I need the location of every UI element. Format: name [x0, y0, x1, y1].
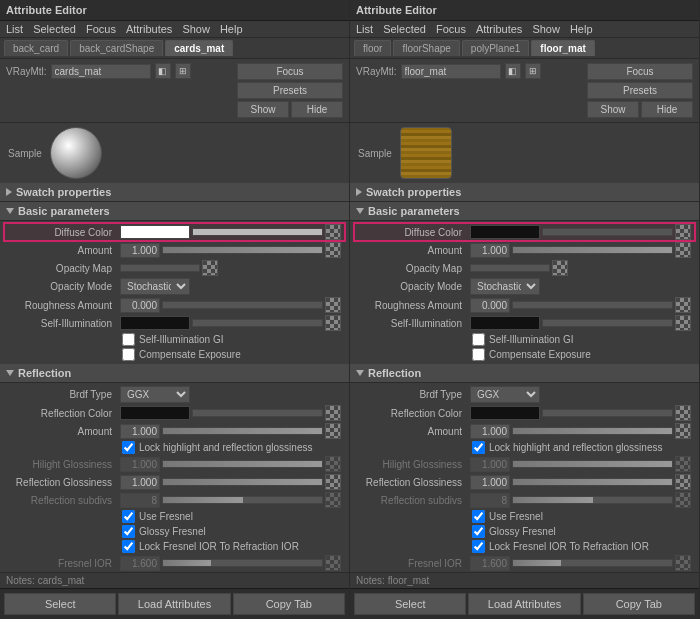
- right-menu-list[interactable]: List: [356, 23, 373, 35]
- left-diffuse-swatch[interactable]: [120, 225, 190, 239]
- right-roughness-checker[interactable]: [675, 297, 691, 313]
- right-hide-btn[interactable]: Hide: [641, 101, 693, 118]
- left-focus-btn[interactable]: Focus: [237, 63, 343, 80]
- right-amount-slider[interactable]: [512, 246, 673, 254]
- menu-attributes[interactable]: Attributes: [126, 23, 172, 35]
- right-vray-icon2[interactable]: ⊞: [525, 63, 541, 79]
- right-basic-header[interactable]: Basic parameters: [350, 202, 699, 221]
- left-select-btn[interactable]: Select: [4, 593, 116, 615]
- tab-floorshape[interactable]: floorShape: [393, 40, 459, 56]
- left-fresnel-ior-slider[interactable]: [162, 559, 323, 567]
- left-scroll-area[interactable]: Swatch properties Basic parameters Diffu…: [0, 183, 349, 572]
- right-fresnel-ior-input[interactable]: [470, 556, 510, 571]
- left-diffuse-slider[interactable]: [192, 228, 323, 236]
- right-opacity-map-slider[interactable]: [470, 264, 550, 272]
- left-refl-subdiv-slider[interactable]: [162, 496, 323, 504]
- right-hilight-gloss-input[interactable]: [470, 457, 510, 472]
- right-diffuse-swatch[interactable]: [470, 225, 540, 239]
- tab-back-card[interactable]: back_card: [4, 40, 68, 56]
- right-brdf-select[interactable]: GGX: [470, 386, 540, 403]
- right-use-fresnel-check[interactable]: [472, 510, 485, 523]
- right-refl-amount-slider[interactable]: [512, 427, 673, 435]
- left-lock-highlight-check[interactable]: [122, 441, 135, 454]
- right-select-btn[interactable]: Select: [354, 593, 466, 615]
- right-lock-highlight-check[interactable]: [472, 441, 485, 454]
- right-refl-color-swatch[interactable]: [470, 406, 540, 420]
- right-refl-gloss-slider[interactable]: [512, 478, 673, 486]
- left-hilight-gloss-slider[interactable]: [162, 460, 323, 468]
- right-swatch-header[interactable]: Swatch properties: [350, 183, 699, 202]
- left-opacity-mode-select[interactable]: Stochastic: [120, 278, 190, 295]
- right-menu-selected[interactable]: Selected: [383, 23, 426, 35]
- right-self-illum-gi-check[interactable]: [472, 333, 485, 346]
- right-vray-icon1[interactable]: ◧: [505, 63, 521, 79]
- left-hilight-gloss-checker[interactable]: [325, 456, 341, 472]
- right-compensate-check[interactable]: [472, 348, 485, 361]
- left-lock-fresnel-check[interactable]: [122, 540, 135, 553]
- left-hilight-gloss-input[interactable]: [120, 457, 160, 472]
- left-refl-color-swatch[interactable]: [120, 406, 190, 420]
- left-brdf-select[interactable]: GGX: [120, 386, 190, 403]
- right-menu-attributes[interactable]: Attributes: [476, 23, 522, 35]
- left-fresnel-ior-input[interactable]: [120, 556, 160, 571]
- right-glossy-fresnel-check[interactable]: [472, 525, 485, 538]
- left-use-fresnel-check[interactable]: [122, 510, 135, 523]
- tab-floor-mat[interactable]: floor_mat: [531, 40, 595, 56]
- left-fresnel-ior-checker[interactable]: [325, 555, 341, 571]
- left-refl-subdiv-input[interactable]: [120, 493, 160, 508]
- right-self-illum-swatch[interactable]: [470, 316, 540, 330]
- menu-show[interactable]: Show: [182, 23, 210, 35]
- right-load-btn[interactable]: Load Attributes: [468, 593, 580, 615]
- right-amount-input[interactable]: [470, 243, 510, 258]
- right-amount-checker[interactable]: [675, 242, 691, 258]
- right-hilight-gloss-slider[interactable]: [512, 460, 673, 468]
- left-refl-amount-checker[interactable]: [325, 423, 341, 439]
- menu-help[interactable]: Help: [220, 23, 243, 35]
- left-refl-gloss-input[interactable]: [120, 475, 160, 490]
- right-opacity-mode-select[interactable]: Stochastic: [470, 278, 540, 295]
- right-roughness-slider[interactable]: [512, 301, 673, 309]
- menu-list[interactable]: List: [6, 23, 23, 35]
- right-roughness-input[interactable]: [470, 298, 510, 313]
- left-self-illum-checker[interactable]: [325, 315, 341, 331]
- left-vray-icon2[interactable]: ⊞: [175, 63, 191, 79]
- right-self-illum-slider[interactable]: [542, 319, 673, 327]
- right-refl-color-slider[interactable]: [542, 409, 673, 417]
- right-vray-input[interactable]: [401, 64, 501, 79]
- right-focus-btn[interactable]: Focus: [587, 63, 693, 80]
- left-roughness-input[interactable]: [120, 298, 160, 313]
- left-refl-gloss-checker[interactable]: [325, 474, 341, 490]
- left-copy-btn[interactable]: Copy Tab: [233, 593, 345, 615]
- left-opacity-map-slider[interactable]: [120, 264, 200, 272]
- tab-polyplane1[interactable]: polyPlane1: [462, 40, 529, 56]
- left-presets-btn[interactable]: Presets: [237, 82, 343, 99]
- right-fresnel-ior-checker[interactable]: [675, 555, 691, 571]
- right-refl-amount-checker[interactable]: [675, 423, 691, 439]
- left-self-illum-swatch[interactable]: [120, 316, 190, 330]
- left-self-illum-gi-check[interactable]: [122, 333, 135, 346]
- right-copy-btn[interactable]: Copy Tab: [583, 593, 695, 615]
- left-vray-input[interactable]: [51, 64, 151, 79]
- right-diffuse-checker[interactable]: [675, 224, 691, 240]
- right-refl-color-checker[interactable]: [675, 405, 691, 421]
- left-vray-icon1[interactable]: ◧: [155, 63, 171, 79]
- menu-focus[interactable]: Focus: [86, 23, 116, 35]
- right-diffuse-slider[interactable]: [542, 228, 673, 236]
- right-scroll-area[interactable]: Swatch properties Basic parameters Diffu…: [350, 183, 699, 572]
- left-load-btn[interactable]: Load Attributes: [118, 593, 230, 615]
- left-opacity-map-checker[interactable]: [202, 260, 218, 276]
- left-refl-amount-input[interactable]: [120, 424, 160, 439]
- right-refl-gloss-input[interactable]: [470, 475, 510, 490]
- tab-back-cardshape[interactable]: back_cardShape: [70, 40, 163, 56]
- right-refl-gloss-checker[interactable]: [675, 474, 691, 490]
- right-lock-fresnel-check[interactable]: [472, 540, 485, 553]
- right-refl-subdiv-input[interactable]: [470, 493, 510, 508]
- left-refl-subdiv-checker[interactable]: [325, 492, 341, 508]
- left-refl-gloss-slider[interactable]: [162, 478, 323, 486]
- left-refl-color-checker[interactable]: [325, 405, 341, 421]
- left-diffuse-checker[interactable]: [325, 224, 341, 240]
- right-self-illum-checker[interactable]: [675, 315, 691, 331]
- right-presets-btn[interactable]: Presets: [587, 82, 693, 99]
- right-fresnel-ior-slider[interactable]: [512, 559, 673, 567]
- right-menu-focus[interactable]: Focus: [436, 23, 466, 35]
